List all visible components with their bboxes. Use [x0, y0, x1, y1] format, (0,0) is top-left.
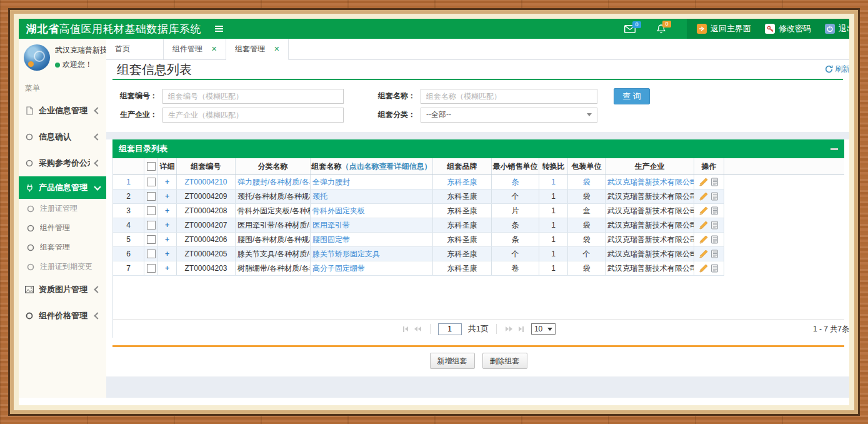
add-set-button[interactable]: 新增组套 — [430, 353, 475, 369]
edit-icon[interactable] — [699, 250, 708, 258]
notifications-bell-icon[interactable]: 0 — [657, 24, 666, 34]
detail-doc-icon[interactable] — [711, 264, 719, 273]
table-body: 1+ZT00004210弹力腰封/各种材质/各种规格全弹力腰封东科圣康条1袋武汉… — [113, 175, 724, 276]
detail-doc-icon[interactable] — [711, 206, 719, 215]
tab-label: 组套管理 — [235, 44, 265, 54]
page-size-select[interactable]: 10 — [531, 323, 556, 335]
set-code-input[interactable] — [162, 89, 344, 104]
collapse-panel-button[interactable] — [831, 148, 838, 150]
set-name-link[interactable]: 全弹力腰封 — [311, 175, 433, 189]
set-name-link[interactable]: 医用牵引带 — [311, 218, 433, 232]
expand-row-link[interactable]: + — [158, 233, 177, 246]
sidebar-item-product-info[interactable]: 产品信息管理 — [19, 176, 106, 199]
sidebar-item-label: 资质图片管理 — [39, 284, 90, 295]
detail-doc-icon[interactable] — [711, 192, 719, 201]
table-row: 1+ZT00004210弹力腰封/各种材质/各种规格全弹力腰封东科圣康条1袋武汉… — [113, 175, 724, 189]
next-page-button[interactable] — [504, 325, 514, 333]
tab-close-icon[interactable]: ✕ — [211, 45, 217, 53]
user-name: 武汉克瑞普新技术有限公司 — [55, 45, 106, 56]
refresh-button[interactable]: 刷新 — [825, 64, 849, 74]
edit-icon[interactable] — [699, 206, 708, 215]
tab-component-mgmt[interactable]: 组件管理 ✕ — [164, 39, 226, 59]
first-page-button[interactable] — [402, 325, 409, 333]
detail-doc-icon[interactable] — [711, 221, 719, 230]
edit-icon[interactable] — [699, 192, 708, 201]
tab-set-mgmt[interactable]: 组套管理 ✕ — [226, 39, 289, 60]
set-name-input[interactable] — [421, 89, 597, 104]
select-all-checkbox[interactable] — [147, 162, 156, 171]
row-operations — [694, 261, 724, 275]
row-checkbox-cell — [144, 175, 158, 189]
row-operations — [694, 247, 724, 261]
manufacturer-label: 生产企业： — [112, 109, 162, 120]
footer-actions: 新增组套 删除组套 — [112, 347, 844, 376]
row-checkbox[interactable] — [147, 221, 156, 230]
conversion-ratio: 1 — [539, 189, 568, 203]
detail-doc-icon[interactable] — [711, 178, 719, 186]
expand-row-link[interactable]: + — [158, 247, 177, 261]
category-select[interactable]: --全部-- — [421, 108, 597, 123]
row-checkbox[interactable] — [147, 192, 156, 201]
row-checkbox[interactable] — [147, 250, 156, 258]
edit-icon[interactable] — [699, 235, 708, 244]
set-name-link[interactable]: 腰围固定带 — [311, 233, 433, 246]
page-content: 组套信息列表 刷新 组套编号： 组套名称： 查 询 — [106, 60, 849, 398]
logout-button[interactable]: 退出 — [825, 23, 849, 34]
last-page-button[interactable] — [517, 325, 525, 333]
header-row-number — [113, 158, 144, 174]
prev-page-button[interactable] — [413, 325, 422, 333]
row-checkbox-cell — [144, 189, 158, 203]
row-checkbox[interactable] — [147, 178, 156, 186]
table-row: 5+ZT00004206腰围/各种材质/各种规格腰围固定带东科圣康条1袋武汉克瑞… — [113, 233, 724, 247]
set-brand: 东科圣康 — [433, 261, 492, 275]
set-brand: 东科圣康 — [433, 189, 492, 203]
sidebar-item-purchase-ref-price[interactable]: 采购参考价公示 — [19, 150, 106, 176]
tab-close-icon[interactable]: ✕ — [274, 45, 279, 53]
mail-badge: 0 — [632, 21, 641, 28]
sidebar-item-component-price[interactable]: 组件价格管理 — [19, 303, 106, 329]
sidebar-subitem-set-mgmt[interactable]: 组套管理 — [19, 238, 106, 257]
manufacturer-input[interactable] — [162, 108, 344, 123]
row-checkbox[interactable] — [147, 206, 156, 215]
app-title-text: 高值医用耗材基础数据库系统 — [59, 23, 202, 35]
package-unit: 盒 — [568, 204, 606, 218]
set-name-link[interactable]: 颈托 — [311, 189, 433, 203]
set-name-link[interactable]: 膝关节矫形固定支具 — [311, 247, 433, 261]
page-number-input[interactable] — [438, 323, 462, 335]
chevron-down-icon — [587, 113, 592, 119]
expand-row-link[interactable]: + — [158, 218, 177, 232]
delete-set-button[interactable]: 删除组套 — [482, 353, 527, 369]
set-name-link[interactable]: 高分子固定绷带 — [311, 261, 433, 275]
sidebar-subitem-cert-expiry-change[interactable]: 注册证到期变更 — [19, 257, 106, 276]
manufacturer: 武汉克瑞普新技术有限公司 — [606, 175, 694, 189]
edit-icon[interactable] — [699, 264, 708, 273]
edit-icon[interactable] — [699, 178, 708, 186]
expand-row-link[interactable]: + — [158, 189, 177, 203]
sidebar-subitem-component-mgmt[interactable]: 组件管理 — [19, 218, 106, 238]
sidebar-item-info-confirm[interactable]: 信息确认 — [19, 124, 106, 150]
row-checkbox-cell — [144, 204, 158, 218]
circle-icon — [26, 225, 35, 232]
category-name: 树脂绷带/各种材质/各种 — [236, 261, 311, 275]
expand-row-link[interactable]: + — [158, 204, 177, 218]
return-main-button[interactable]: 返回主界面 — [697, 23, 751, 34]
search-button[interactable]: 查 询 — [614, 88, 650, 104]
set-code: ZT00004209 — [177, 189, 236, 203]
edit-icon[interactable] — [699, 221, 708, 230]
sidebar-item-enterprise-info[interactable]: 企业信息管理 — [19, 98, 106, 124]
mail-icon[interactable]: 0 — [624, 25, 636, 33]
header-conversion-ratio: 转换比 — [539, 158, 568, 174]
tab-home[interactable]: 首页 — [106, 39, 164, 59]
detail-doc-icon[interactable] — [711, 250, 719, 258]
expand-row-link[interactable]: + — [158, 261, 177, 275]
row-checkbox[interactable] — [147, 264, 156, 273]
set-name-link[interactable]: 骨科外固定夹板 — [311, 204, 433, 218]
package-unit: 袋 — [568, 261, 606, 275]
detail-doc-icon[interactable] — [711, 235, 719, 244]
sidebar-item-qualification-images[interactable]: 资质图片管理 — [19, 276, 106, 303]
hamburger-menu-icon[interactable] — [215, 26, 223, 32]
sidebar-subitem-registration-cert[interactable]: 注册证管理 — [19, 199, 106, 218]
expand-row-link[interactable]: + — [158, 175, 177, 189]
row-checkbox[interactable] — [147, 235, 156, 244]
change-password-button[interactable]: 修改密码 — [765, 23, 811, 34]
